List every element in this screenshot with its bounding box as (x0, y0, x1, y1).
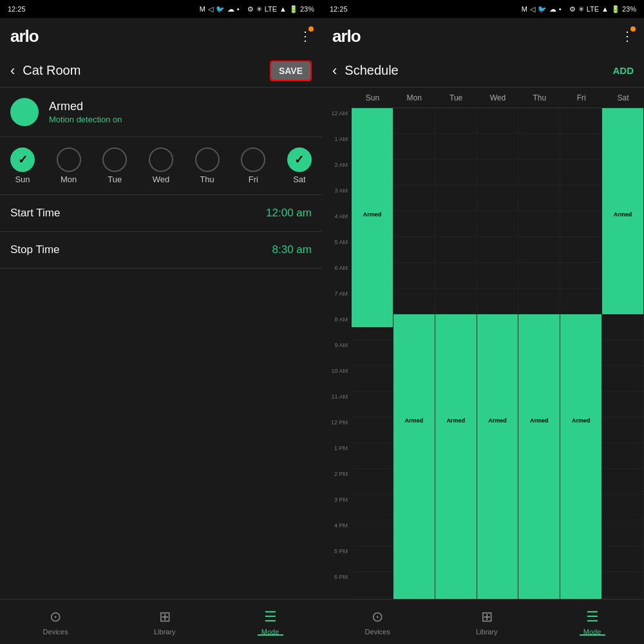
time-label-12pm: 12 PM (322, 417, 352, 443)
left-bottom-nav: ⊙ Devices ⊞ Library ☰ Mode (0, 599, 322, 644)
right-library-icon: ⊞ (481, 609, 493, 625)
cell-1-3 (393, 185, 435, 211)
left-panel: 12:25 M ◁ 🐦 ☁ • ⚙ ✳ LTE ▲ 🔋 23% arlo ⋮ ‹… (0, 0, 322, 644)
cell-0-17 (352, 546, 393, 572)
time-label-1pm: 1 PM (322, 443, 352, 469)
cell-4-6 (518, 263, 560, 289)
left-time: 12:25 (8, 5, 26, 13)
right-top-bar: arlo ⋮ (322, 18, 644, 54)
day-mon[interactable]: Mon (57, 147, 81, 184)
time-label-6am: 6 AM (322, 263, 352, 289)
time-label-2pm: 2 PM (322, 469, 352, 495)
cell-6-12 (602, 417, 643, 443)
col-header-sat: Sat (602, 88, 644, 108)
armed-info: Armed Motion detection on (49, 100, 122, 124)
right-page-title: Schedule (345, 63, 612, 78)
tue-circle (102, 147, 127, 172)
cell-2-0 (435, 108, 477, 134)
schedule-container: Sun Mon Tue Wed Thu Fri Sat 12 AM1 AM2 A… (322, 88, 644, 599)
right-mode-icon: ☰ (586, 609, 599, 625)
start-time-row[interactable]: Start Time 12:00 am (0, 195, 322, 232)
day-wed[interactable]: Wed (149, 147, 173, 184)
cell-6-17 (602, 546, 643, 572)
right-back-button[interactable]: ‹ (332, 62, 337, 79)
cell-0-13 (352, 443, 393, 469)
left-logo: arlo (10, 26, 39, 46)
day-sun[interactable]: Sun (10, 147, 35, 184)
cell-6-19 (602, 598, 643, 599)
time-label-4pm: 4 PM (322, 520, 352, 546)
time-label-4am: 4 AM (322, 211, 352, 237)
left-nav-devices[interactable]: ⊙ Devices (43, 609, 68, 636)
save-button[interactable]: SAVE (270, 61, 312, 81)
left-status-bar: 12:25 M ◁ 🐦 ☁ • ⚙ ✳ LTE ▲ 🔋 23% (0, 0, 322, 18)
time-label-6pm: 6 PM (322, 572, 352, 598)
schedule-col-5: Armed (560, 108, 602, 599)
left-page-header: ‹ Cat Room SAVE (0, 54, 322, 88)
stop-time-row[interactable]: Stop Time 8:30 am (0, 232, 322, 269)
green-block-col1: Armed (393, 314, 435, 599)
cell-6-10 (602, 366, 643, 392)
library-label: Library (154, 628, 176, 636)
schedule-day-headers: Sun Mon Tue Wed Thu Fri Sat (322, 88, 644, 108)
armed-status: Armed (49, 100, 122, 113)
right-nav-devices[interactable]: ⊙ Devices (365, 609, 390, 636)
cell-5-2 (560, 160, 601, 185)
right-more-btn[interactable]: ⋮ (621, 28, 634, 44)
time-label-2am: 2 AM (322, 160, 352, 185)
cell-3-6 (477, 263, 518, 289)
cell-6-13 (602, 443, 643, 469)
col-header-sun: Sun (352, 88, 393, 108)
cell-6-18 (602, 572, 643, 598)
cell-6-11 (602, 392, 643, 417)
cell-0-19 (352, 598, 393, 599)
left-more-btn[interactable]: ⋮ (299, 28, 312, 44)
cell-4-4 (518, 211, 560, 237)
right-bottom-nav: ⊙ Devices ⊞ Library ☰ Mode (322, 599, 644, 644)
right-logo: arlo (332, 26, 361, 46)
right-nav-library[interactable]: ⊞ Library (476, 609, 498, 636)
day-sat[interactable]: Sat (287, 147, 312, 184)
time-header-spacer (322, 88, 352, 108)
time-label-5pm: 5 PM (322, 546, 352, 572)
col-header-tue: Tue (435, 88, 477, 108)
time-label-10am: 10 AM (322, 366, 352, 392)
green-block-col5: Armed (560, 314, 601, 599)
day-fri[interactable]: Fri (241, 147, 265, 184)
cell-4-0 (518, 108, 560, 134)
day-selector: Sun Mon Tue Wed Thu Fri Sat (0, 137, 322, 195)
right-nav-mode[interactable]: ☰ Mode (583, 609, 601, 636)
cell-0-9 (352, 340, 393, 366)
schedule-col-2: Armed (435, 108, 477, 599)
day-thu[interactable]: Thu (195, 147, 220, 184)
right-panel: 12:25 M ◁ 🐦 ☁ • ⚙ ✳ LTE ▲ 🔋 23% arlo ⋮ ‹… (322, 0, 644, 644)
tue-label: Tue (108, 175, 122, 184)
right-page-header: ‹ Schedule ADD (322, 54, 644, 88)
day-tue[interactable]: Tue (102, 147, 127, 184)
cell-5-7 (560, 289, 601, 314)
green-block-col6: Armed (602, 108, 643, 314)
left-nav-library[interactable]: ⊞ Library (154, 609, 176, 636)
cell-4-5 (518, 237, 560, 263)
armed-indicator (10, 98, 39, 126)
add-button[interactable]: ADD (613, 65, 634, 76)
time-label-11am: 11 AM (322, 392, 352, 417)
cell-3-5 (477, 237, 518, 263)
cell-1-0 (393, 108, 435, 134)
cell-0-10 (352, 366, 393, 392)
schedule-days-row: Sun Mon Tue Wed Thu Fri Sat (352, 88, 644, 108)
cell-4-7 (518, 289, 560, 314)
devices-label: Devices (43, 628, 68, 636)
left-nav-mode[interactable]: ☰ Mode (261, 609, 279, 636)
cell-2-1 (435, 134, 477, 160)
left-back-button[interactable]: ‹ (10, 62, 15, 79)
cell-5-0 (560, 108, 601, 134)
sat-label: Sat (293, 175, 306, 184)
wed-label: Wed (153, 175, 170, 184)
cell-2-2 (435, 160, 477, 185)
cell-4-2 (518, 160, 560, 185)
cell-0-12 (352, 417, 393, 443)
col-header-fri: Fri (560, 88, 602, 108)
cell-3-0 (477, 108, 518, 134)
time-label-8am: 8 AM (322, 314, 352, 340)
